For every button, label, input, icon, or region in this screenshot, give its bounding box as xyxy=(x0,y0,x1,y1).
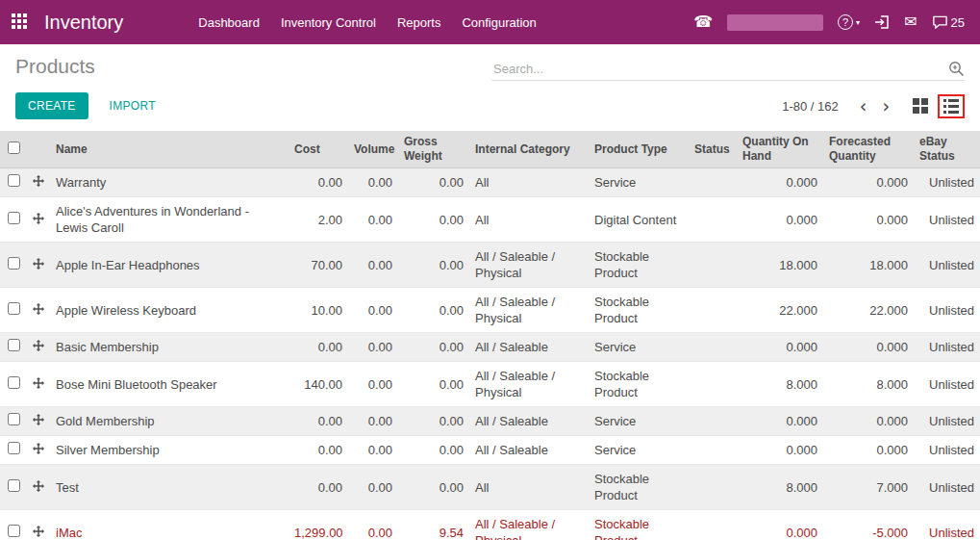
cell-volume: 0.00 xyxy=(348,243,398,288)
cell-quantity-on-hand: 8.000 xyxy=(737,465,823,510)
chat-bubble-icon xyxy=(932,14,948,30)
col-header-ebay-status[interactable]: eBay Status xyxy=(914,131,980,168)
row-handle-cell xyxy=(27,288,50,333)
drag-handle-icon[interactable] xyxy=(33,213,44,224)
cell-status xyxy=(689,197,737,243)
col-header-name[interactable]: Name xyxy=(50,131,289,168)
col-header-quantity-on-hand[interactable]: Quantity On Hand xyxy=(737,131,823,168)
sign-in-icon[interactable] xyxy=(874,14,890,30)
col-header-forecasted-quantity[interactable]: Forecasted Quantity xyxy=(823,131,914,168)
cell-cost: 1,299.00 xyxy=(289,510,348,540)
cell-product-type: Service xyxy=(589,168,689,197)
table-row[interactable]: Gold Membership 0.00 0.00 0.00 All / Sal… xyxy=(0,407,980,436)
drag-handle-icon[interactable] xyxy=(33,258,44,270)
cell-status xyxy=(689,436,737,465)
cell-name: Warranty xyxy=(50,168,289,197)
drag-handle-icon[interactable] xyxy=(33,526,44,537)
cell-forecasted-quantity: 8.000 xyxy=(823,362,914,407)
table-row[interactable]: Warranty 0.00 0.00 0.00 All Service 0.00… xyxy=(0,168,980,197)
cell-quantity-on-hand: 0.000 xyxy=(737,197,823,243)
menu-item-configuration[interactable]: Configuration xyxy=(462,15,536,30)
row-checkbox[interactable] xyxy=(8,442,20,454)
cell-gross-weight: 9.54 xyxy=(398,510,469,540)
pager-next-button[interactable]: › xyxy=(874,97,897,116)
product-table-body: Warranty 0.00 0.00 0.00 All Service 0.00… xyxy=(0,168,980,540)
search-box xyxy=(491,61,965,81)
col-header-volume[interactable]: Volume xyxy=(348,131,398,168)
cell-quantity-on-hand: 0.000 xyxy=(737,436,823,465)
row-handle-cell xyxy=(27,243,50,288)
row-checkbox[interactable] xyxy=(8,479,20,492)
drag-handle-icon[interactable] xyxy=(33,443,44,454)
handle-column-header xyxy=(27,131,50,168)
search-input[interactable] xyxy=(491,61,948,77)
row-checkbox-cell xyxy=(0,197,27,243)
redacted-user-info xyxy=(727,14,823,31)
menu-item-dashboard[interactable]: Dashboard xyxy=(198,15,260,30)
cell-quantity-on-hand: 18.000 xyxy=(737,243,823,288)
search-zoom-icon[interactable] xyxy=(948,61,965,77)
row-checkbox[interactable] xyxy=(8,413,20,425)
menu-item-reports[interactable]: Reports xyxy=(397,15,441,30)
messages-button[interactable]: 25 xyxy=(932,14,965,30)
pager-previous-button[interactable]: ‹ xyxy=(852,97,875,116)
row-checkbox[interactable] xyxy=(8,339,20,351)
cell-product-type: Digital Content xyxy=(589,197,689,243)
col-header-product-type[interactable]: Product Type xyxy=(589,131,689,168)
table-header-row: Name Cost Volume Gross Weight Internal C… xyxy=(0,131,980,168)
table-row[interactable]: Silver Membership 0.00 0.00 0.00 All / S… xyxy=(0,436,980,465)
drag-handle-icon[interactable] xyxy=(33,303,44,315)
row-handle-cell xyxy=(27,407,50,436)
cell-ebay-status: Unlisted xyxy=(914,243,980,288)
table-row[interactable]: Bose Mini Bluetooth Speaker 140.00 0.00 … xyxy=(0,362,980,407)
col-header-internal-category[interactable]: Internal Category xyxy=(469,131,589,168)
cell-forecasted-quantity: 7.000 xyxy=(823,465,914,510)
table-row[interactable]: Apple In-Ear Headphones 70.00 0.00 0.00 … xyxy=(0,243,980,288)
row-checkbox[interactable] xyxy=(8,257,20,270)
phone-icon[interactable]: ☎ xyxy=(693,14,713,30)
cell-ebay-status: Unlisted xyxy=(914,197,980,243)
col-header-cost[interactable]: Cost xyxy=(289,131,348,168)
cell-ebay-status: Unlisted xyxy=(914,436,980,465)
drag-handle-icon[interactable] xyxy=(33,340,44,351)
drag-handle-icon[interactable] xyxy=(33,175,44,187)
table-row[interactable]: iMac 1,299.00 0.00 9.54 All / Saleable /… xyxy=(0,510,980,540)
drag-handle-icon[interactable] xyxy=(33,480,44,492)
row-handle-cell xyxy=(27,510,50,540)
menu-item-inventory-control[interactable]: Inventory Control xyxy=(281,15,376,30)
cell-volume: 0.00 xyxy=(348,168,398,197)
row-checkbox[interactable] xyxy=(8,212,20,224)
table-row[interactable]: Test 0.00 0.00 0.00 All Stockable Produc… xyxy=(0,465,980,510)
drag-handle-icon[interactable] xyxy=(33,377,44,389)
mail-icon[interactable]: ✉ xyxy=(904,14,917,30)
kanban-view-icon[interactable] xyxy=(913,98,928,114)
page-title: Products xyxy=(15,52,95,81)
cell-internal-category: All / Saleable / Physical xyxy=(469,243,589,288)
cell-name: Alice's Adventures in Wonderland - Lewis… xyxy=(50,197,289,243)
list-view-icon[interactable] xyxy=(943,99,959,114)
drag-handle-icon[interactable] xyxy=(33,414,44,425)
cell-product-type: Service xyxy=(589,407,689,436)
cell-status xyxy=(689,243,737,288)
row-checkbox[interactable] xyxy=(8,174,20,187)
table-row[interactable]: Basic Membership 0.00 0.00 0.00 All / Sa… xyxy=(0,333,980,362)
row-checkbox[interactable] xyxy=(8,525,20,537)
cell-quantity-on-hand: 0.000 xyxy=(737,168,823,197)
table-row[interactable]: Alice's Adventures in Wonderland - Lewis… xyxy=(0,197,980,243)
row-checkbox[interactable] xyxy=(8,302,20,315)
cell-forecasted-quantity: 18.000 xyxy=(823,243,914,288)
select-all-checkbox[interactable] xyxy=(8,141,20,154)
row-checkbox[interactable] xyxy=(8,376,20,389)
cell-internal-category: All / Saleable / Physical xyxy=(469,362,589,407)
table-row[interactable]: Apple Wireless Keyboard 10.00 0.00 0.00 … xyxy=(0,288,980,333)
row-handle-cell xyxy=(27,197,50,243)
apps-menu-icon[interactable] xyxy=(12,13,29,31)
import-button[interactable]: IMPORT xyxy=(104,98,162,114)
col-header-status[interactable]: Status xyxy=(689,131,737,168)
cell-internal-category: All / Saleable xyxy=(469,436,589,465)
col-header-gross-weight[interactable]: Gross Weight xyxy=(398,131,469,168)
cell-quantity-on-hand: 22.000 xyxy=(737,288,823,333)
select-all-checkbox-cell xyxy=(0,131,27,168)
create-button[interactable]: CREATE xyxy=(15,92,88,119)
help-menu[interactable]: ? ▾ xyxy=(838,14,860,30)
